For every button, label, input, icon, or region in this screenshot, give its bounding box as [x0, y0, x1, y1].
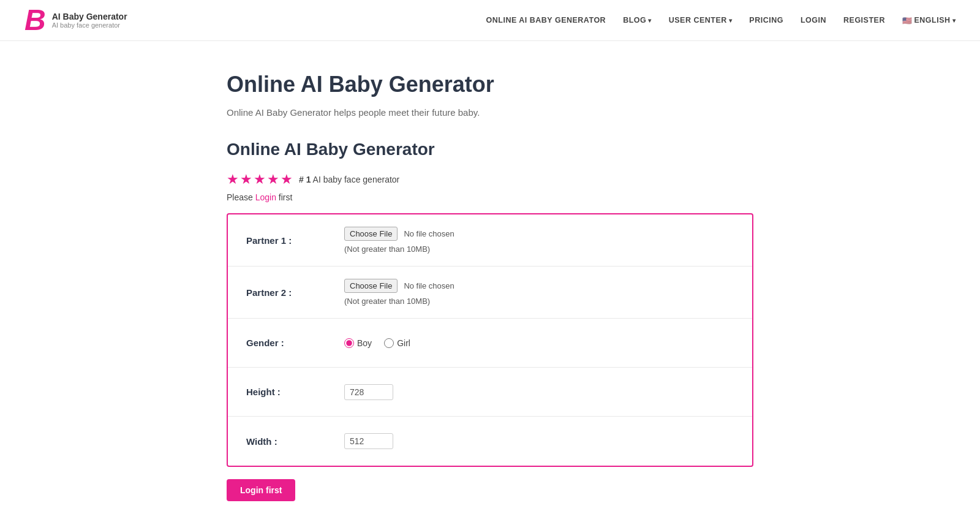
gender-boy-text: Boy [357, 338, 372, 348]
nav-register[interactable]: REGISTER [843, 16, 885, 25]
login-prompt-suffix: first [276, 192, 292, 202]
section-title: Online AI Baby Generator [227, 140, 753, 159]
partner1-file-row: Choose File No file chosen [344, 227, 454, 241]
partner1-label: Partner 1 : [246, 235, 344, 246]
logo-title: AI Baby Generator [52, 12, 127, 21]
rating-text: # 1 AI baby face generator [299, 175, 399, 184]
gender-control: Boy Girl [344, 338, 410, 348]
height-input[interactable] [344, 384, 393, 400]
nav-online-ai-baby-generator[interactable]: ONLINE AI BABY GENERATOR [486, 16, 606, 25]
nav-language[interactable]: 🇺🇸 ENGLISH [902, 16, 956, 25]
page-subtitle: Online AI Baby Generator helps people me… [227, 107, 753, 118]
height-label: Height : [246, 387, 344, 397]
gender-girl-label[interactable]: Girl [384, 338, 410, 348]
main-content: Online AI Baby Generator Online AI Baby … [214, 41, 766, 511]
width-input[interactable] [344, 433, 393, 449]
login-prompt: Please Login first [227, 192, 753, 202]
nav-user-center[interactable]: USER CENTER [669, 16, 733, 25]
login-prompt-link[interactable]: Login [255, 192, 276, 202]
rating-hash: # [299, 175, 304, 184]
nav-pricing[interactable]: PRICING [749, 16, 783, 25]
gender-girl-text: Girl [397, 338, 410, 348]
page-title: Online AI Baby Generator [227, 72, 753, 97]
gender-boy-radio[interactable] [344, 338, 354, 348]
nav-blog[interactable]: BLOG [623, 16, 652, 25]
generator-form: Partner 1 : Choose File No file chosen (… [227, 213, 753, 467]
height-row: Height : [228, 368, 752, 417]
partner1-hint: (Not greater than 10MB) [344, 244, 454, 254]
partner2-control: Choose File No file chosen (Not greater … [344, 279, 454, 306]
partner2-choose-file-button[interactable]: Choose File [344, 279, 398, 293]
rating-row: ★★★★★ # 1 AI baby face generator [227, 172, 753, 187]
partner1-control: Choose File No file chosen (Not greater … [344, 227, 454, 254]
partner2-no-file: No file chosen [404, 281, 454, 290]
partner1-row: Partner 1 : Choose File No file chosen (… [228, 214, 752, 267]
language-label: ENGLISH [914, 16, 950, 25]
rating-number: 1 [306, 175, 311, 184]
logo-text: AI Baby Generator AI baby face generator [52, 12, 127, 29]
partner2-label: Partner 2 : [246, 287, 344, 298]
login-first-button[interactable]: Login first [227, 479, 295, 501]
partner1-choose-file-button[interactable]: Choose File [344, 227, 398, 241]
gender-label: Gender : [246, 338, 344, 348]
partner2-file-row: Choose File No file chosen [344, 279, 454, 293]
nav-login[interactable]: LOGIN [801, 16, 826, 25]
star-icons: ★★★★★ [227, 172, 294, 187]
gender-row: Gender : Boy Girl [228, 319, 752, 368]
width-label: Width : [246, 436, 344, 447]
gender-boy-label[interactable]: Boy [344, 338, 372, 348]
header: B AI Baby Generator AI baby face generat… [0, 0, 980, 41]
rating-desc: AI baby face generator [313, 175, 400, 184]
main-nav: ONLINE AI BABY GENERATOR BLOG USER CENTE… [486, 16, 956, 25]
partner1-no-file: No file chosen [404, 229, 454, 238]
gender-girl-radio[interactable] [384, 338, 394, 348]
logo-subtitle: AI baby face generator [52, 21, 127, 29]
partner2-hint: (Not greater than 10MB) [344, 297, 454, 306]
flag-icon: 🇺🇸 [902, 16, 913, 25]
width-row: Width : [228, 417, 752, 466]
logo-area: B AI Baby Generator AI baby face generat… [24, 6, 127, 35]
logo-icon: B [24, 6, 46, 35]
login-prompt-text: Please [227, 192, 255, 202]
partner2-row: Partner 2 : Choose File No file chosen (… [228, 267, 752, 319]
